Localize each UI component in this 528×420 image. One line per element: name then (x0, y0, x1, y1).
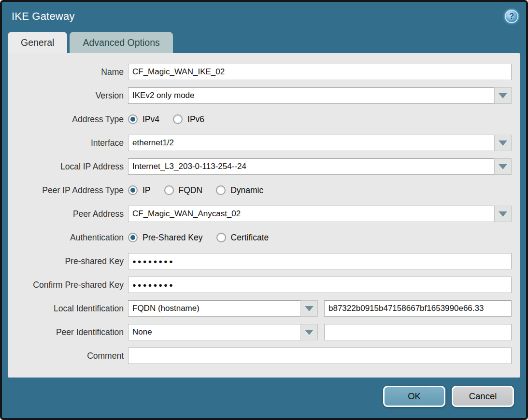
tab-advanced-options[interactable]: Advanced Options (70, 32, 172, 53)
authentication-label: Authentication (8, 233, 128, 243)
row-preshared-key: Pre-shared Key (8, 253, 512, 269)
radio-ipv6-label: IPv6 (187, 114, 204, 125)
version-select-value[interactable] (128, 87, 494, 104)
radio-peer-dynamic[interactable] (216, 185, 226, 195)
radio-peer-ip[interactable] (128, 185, 138, 195)
row-comment: Comment (8, 348, 512, 364)
row-address-type: Address Type IPv4 IPv6 (8, 111, 512, 127)
row-local-ip: Local IP Address (8, 158, 512, 175)
ike-gateway-dialog: IKE Gateway ? General Advanced Options N… (0, 0, 528, 420)
local-identification-select[interactable] (128, 300, 318, 317)
ok-button[interactable]: OK (383, 386, 445, 407)
version-label: Version (8, 91, 128, 101)
row-confirm-preshared-key: Confirm Pre-shared Key (8, 277, 512, 293)
radio-peer-fqdn-label: FQDN (179, 185, 203, 196)
local-identification-select-value[interactable] (128, 300, 300, 317)
local-identification-label: Local Identification (8, 304, 128, 314)
preshared-key-input[interactable] (128, 253, 512, 269)
chevron-down-icon (305, 306, 314, 311)
name-label: Name (8, 67, 128, 77)
tab-general-label: General (21, 37, 54, 48)
interface-label: Interface (8, 138, 128, 148)
radio-ipv4-label: IPv4 (143, 114, 159, 125)
row-peer-identification: Peer Identification (8, 324, 512, 340)
tab-bar: General Advanced Options (2, 31, 526, 53)
local-identification-dropdown-button[interactable] (300, 300, 318, 317)
peer-address-label: Peer Address (8, 209, 128, 219)
peer-address-dropdown-button[interactable] (494, 206, 512, 222)
radio-peer-fqdn[interactable] (164, 185, 174, 195)
chevron-down-icon (499, 211, 507, 217)
comment-input[interactable] (128, 348, 512, 364)
local-ip-dropdown-button[interactable] (494, 158, 512, 175)
peer-identification-select[interactable] (128, 324, 318, 340)
cancel-button[interactable]: Cancel (452, 386, 514, 407)
help-icon[interactable]: ? (505, 10, 518, 23)
confirm-preshared-key-input[interactable] (128, 277, 512, 293)
radio-ipv4[interactable] (128, 114, 138, 124)
tab-general[interactable]: General (8, 32, 67, 53)
help-glyph: ? (509, 12, 514, 21)
radio-preshared-key[interactable] (128, 233, 138, 242)
radio-peer-ip-label: IP (143, 185, 151, 196)
peer-identification-select-value[interactable] (128, 324, 300, 340)
local-ip-select[interactable] (128, 158, 512, 175)
chevron-down-icon (499, 164, 507, 169)
interface-dropdown-button[interactable] (494, 135, 512, 151)
radio-ipv6[interactable] (173, 114, 183, 124)
radio-certificate-label: Certificate (231, 233, 269, 243)
local-ip-label: Local IP Address (8, 162, 128, 172)
row-peer-address: Peer Address (8, 206, 512, 222)
dialog-footer: OK Cancel (2, 378, 526, 407)
version-dropdown-button[interactable] (494, 87, 512, 104)
confirm-preshared-key-label: Confirm Pre-shared Key (8, 280, 128, 290)
comment-label: Comment (8, 351, 128, 361)
local-identification-value-input[interactable] (324, 300, 512, 317)
local-ip-select-value[interactable] (128, 158, 494, 175)
general-tab-panel: Name Version Address Type IPv4 (8, 53, 520, 378)
row-version: Version (8, 87, 512, 104)
row-name: Name (8, 64, 512, 80)
version-select[interactable] (128, 87, 512, 104)
row-authentication: Authentication Pre-Shared Key Certificat… (8, 229, 512, 246)
interface-select[interactable] (128, 135, 512, 151)
address-type-label: Address Type (8, 114, 128, 125)
radio-preshared-key-label: Pre-Shared Key (143, 233, 203, 243)
radio-peer-dynamic-label: Dynamic (230, 185, 263, 196)
peer-ip-type-label: Peer IP Address Type (8, 185, 128, 196)
peer-address-select[interactable] (128, 206, 512, 222)
row-local-identification: Local Identification (8, 300, 512, 317)
row-interface: Interface (8, 135, 512, 151)
chevron-down-icon (305, 330, 314, 335)
peer-address-select-value[interactable] (128, 206, 494, 222)
interface-select-value[interactable] (128, 135, 494, 151)
name-input[interactable] (128, 64, 512, 80)
peer-identification-label: Peer Identification (8, 327, 128, 337)
peer-identification-value-input[interactable] (324, 324, 512, 340)
peer-identification-dropdown-button[interactable] (300, 324, 318, 340)
chevron-down-icon (499, 140, 507, 146)
tab-advanced-options-label: Advanced Options (83, 37, 159, 48)
dialog-title: IKE Gateway (12, 10, 505, 23)
preshared-key-label: Pre-shared Key (8, 256, 128, 266)
chevron-down-icon (499, 93, 507, 98)
radio-certificate[interactable] (216, 233, 226, 242)
row-peer-ip-type: Peer IP Address Type IP FQDN Dynamic (8, 182, 512, 198)
title-bar: IKE Gateway ? (2, 2, 526, 31)
